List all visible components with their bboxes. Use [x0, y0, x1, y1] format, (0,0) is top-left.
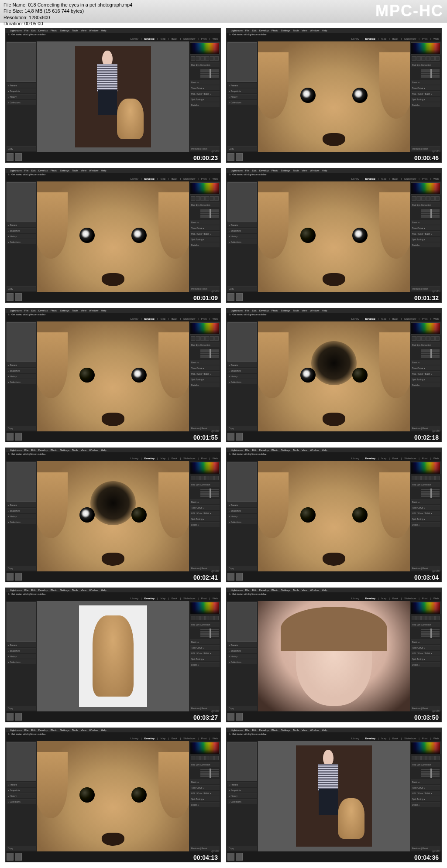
panel-snapshots[interactable]: ▸ Snapshots — [7, 89, 36, 93]
module-slideshow[interactable]: Slideshow — [183, 318, 195, 320]
copy-button[interactable]: Copy — [227, 426, 257, 431]
photo-dog-closeup[interactable] — [258, 181, 410, 292]
navigator-thumbnail[interactable] — [7, 42, 36, 82]
menu-view[interactable]: View — [302, 589, 307, 591]
tool-button-2[interactable] — [196, 336, 200, 341]
panel-splittoning[interactable]: Split Toning ◂ — [190, 237, 220, 242]
menu-help[interactable]: Help — [101, 589, 106, 591]
panel-tonecurve[interactable]: Tone Curve ◂ — [411, 645, 440, 650]
tool-button-3[interactable] — [421, 196, 426, 201]
tool-button-1[interactable] — [191, 56, 195, 61]
panel-snapshots[interactable]: ▸ Snapshots — [7, 648, 36, 653]
panel-hslcolorbw[interactable]: HSL / Color / B&W ◂ — [190, 91, 220, 96]
menu-view[interactable]: View — [302, 309, 307, 312]
filmstrip[interactable] — [6, 292, 220, 302]
panel-presets[interactable]: ▸ Presets — [227, 502, 257, 507]
panel-detail[interactable]: Detail ◂ — [190, 802, 220, 807]
module-book[interactable]: Book — [392, 457, 399, 460]
tool-button-5[interactable] — [210, 56, 214, 61]
module-map[interactable]: Map — [381, 178, 386, 180]
tool-button-3[interactable] — [421, 616, 426, 620]
module-slideshow[interactable]: Slideshow — [404, 318, 416, 320]
panel-history[interactable]: ▸ History — [7, 94, 36, 99]
tool-button-6[interactable] — [435, 196, 440, 201]
menu-window[interactable]: Window — [310, 729, 319, 731]
module-library[interactable]: Library — [351, 457, 359, 460]
copy-button[interactable]: Copy — [7, 286, 36, 291]
navigator-thumbnail[interactable] — [227, 322, 257, 362]
panel-basic[interactable]: Basic ◂ — [190, 80, 220, 85]
panel-collections[interactable]: ▸ Collections — [227, 239, 257, 244]
tool-button-2[interactable] — [196, 616, 200, 620]
panel-history[interactable]: ▸ History — [7, 654, 36, 659]
filmstrip-thumb[interactable] — [7, 573, 14, 581]
module-print[interactable]: Print — [422, 457, 427, 460]
histogram[interactable] — [190, 322, 220, 335]
module-map[interactable]: Map — [160, 457, 165, 460]
redeye-panel-header[interactable]: Red Eye Correction — [411, 62, 440, 67]
panel-splittoning[interactable]: Split Toning ◂ — [190, 516, 220, 521]
menu-settings[interactable]: Settings — [281, 169, 290, 172]
slider-5[interactable] — [200, 216, 219, 218]
tool-button-1[interactable] — [412, 476, 416, 480]
copy-button[interactable]: Copy — [7, 426, 36, 431]
tool-button-3[interactable] — [421, 56, 426, 61]
filmstrip-thumb[interactable] — [15, 153, 22, 161]
menu-view[interactable]: View — [81, 449, 86, 451]
panel-hslcolorbw[interactable]: HSL / Color / B&W ◂ — [411, 91, 440, 96]
panel-history[interactable]: ▸ History — [227, 234, 257, 239]
menu-settings[interactable]: Settings — [281, 449, 290, 451]
panel-collections[interactable]: ▸ Collections — [7, 799, 36, 804]
tool-button-5[interactable] — [210, 196, 214, 201]
module-print[interactable]: Print — [201, 597, 206, 600]
panel-collections[interactable]: ▸ Collections — [227, 519, 257, 524]
menu-view[interactable]: View — [302, 449, 307, 451]
module-book[interactable]: Book — [392, 737, 399, 740]
tool-button-1[interactable] — [412, 616, 416, 620]
tool-button-1[interactable] — [191, 756, 195, 760]
panel-history[interactable]: ▸ History — [7, 234, 36, 239]
panel-detail[interactable]: Detail ◂ — [411, 522, 440, 527]
tool-button-1[interactable] — [412, 756, 416, 760]
module-slideshow[interactable]: Slideshow — [183, 457, 195, 460]
menu-tools[interactable]: Tools — [293, 729, 299, 731]
photo-canvas[interactable] — [258, 321, 410, 432]
menu-edit[interactable]: Edit — [31, 169, 35, 172]
module-print[interactable]: Print — [422, 737, 427, 740]
photo-canvas[interactable] — [258, 181, 410, 292]
filmstrip-thumb[interactable] — [236, 433, 243, 441]
panel-splittoning[interactable]: Split Toning ◂ — [411, 377, 440, 382]
filmstrip[interactable] — [227, 292, 441, 302]
filmstrip-thumb[interactable] — [236, 853, 243, 861]
photo-canvas[interactable] — [258, 41, 410, 152]
panel-snapshots[interactable]: ▸ Snapshots — [7, 508, 36, 513]
menu-lightroom[interactable]: Lightroom — [10, 169, 22, 172]
menu-help[interactable]: Help — [322, 729, 327, 731]
module-print[interactable]: Print — [422, 597, 427, 600]
menu-photo[interactable]: Photo — [272, 29, 279, 32]
histogram[interactable] — [411, 322, 440, 335]
tool-button-6[interactable] — [435, 476, 440, 480]
menu-photo[interactable]: Photo — [272, 589, 279, 591]
module-print[interactable]: Print — [422, 318, 427, 320]
filmstrip-thumb[interactable] — [236, 573, 243, 581]
panel-presets[interactable]: ▸ Presets — [227, 222, 257, 227]
panel-presets[interactable]: ▸ Presets — [7, 83, 36, 88]
tool-button-5[interactable] — [430, 616, 435, 620]
filmstrip-thumb[interactable] — [15, 293, 22, 301]
module-slideshow[interactable]: Slideshow — [183, 178, 195, 180]
slider-5[interactable] — [200, 76, 219, 78]
menu-photo[interactable]: Photo — [51, 449, 58, 451]
filmstrip[interactable] — [6, 152, 220, 162]
copy-button[interactable]: Copy — [7, 566, 36, 571]
panel-presets[interactable]: ▸ Presets — [7, 362, 36, 367]
redeye-panel-header[interactable]: Red Eye Correction — [190, 342, 220, 347]
menu-develop[interactable]: Develop — [259, 589, 269, 591]
panel-history[interactable]: ▸ History — [227, 94, 257, 99]
module-map[interactable]: Map — [381, 38, 386, 40]
navigator-thumbnail[interactable] — [227, 742, 257, 782]
tool-button-6[interactable] — [435, 616, 440, 620]
tool-button-3[interactable] — [200, 336, 205, 341]
module-develop[interactable]: Develop — [144, 737, 155, 740]
tool-button-6[interactable] — [435, 336, 440, 341]
